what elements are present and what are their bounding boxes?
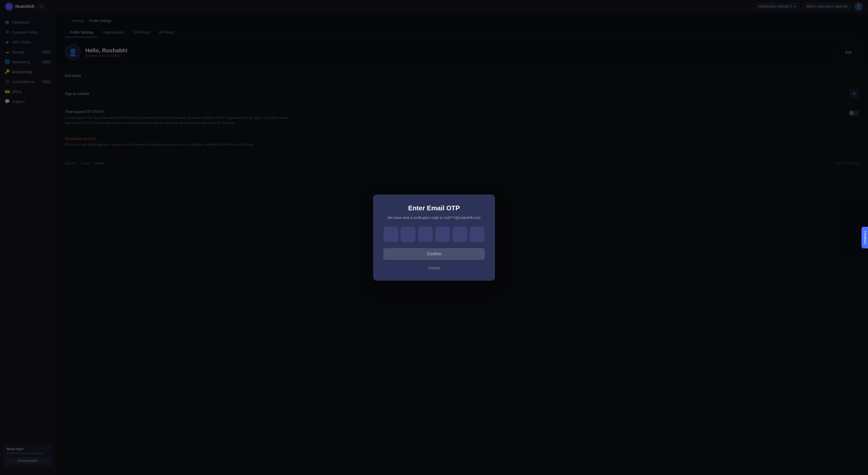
otp-modal: Enter Email OTP We have sent a verificat… (373, 195, 495, 281)
feedback-tab[interactable]: Feedback (862, 227, 868, 248)
otp-input-3[interactable] (418, 227, 433, 242)
otp-input-6[interactable] (470, 227, 485, 242)
otp-input-4[interactable] (435, 227, 450, 242)
otp-input-5[interactable] (453, 227, 467, 242)
modal-title: Enter Email OTP (383, 204, 485, 212)
otp-input-2[interactable] (401, 227, 415, 242)
otp-input-1[interactable] (383, 227, 398, 242)
otp-inputs (383, 227, 485, 242)
modal-overlay[interactable]: Enter Email OTP We have sent a verificat… (0, 0, 868, 475)
modal-subtitle: We have sent a verification code to rush… (383, 216, 485, 220)
cancel-button[interactable]: Cancel (383, 263, 485, 272)
feedback-label: Feedback (864, 231, 867, 244)
confirm-button[interactable]: Confirm (383, 248, 485, 260)
